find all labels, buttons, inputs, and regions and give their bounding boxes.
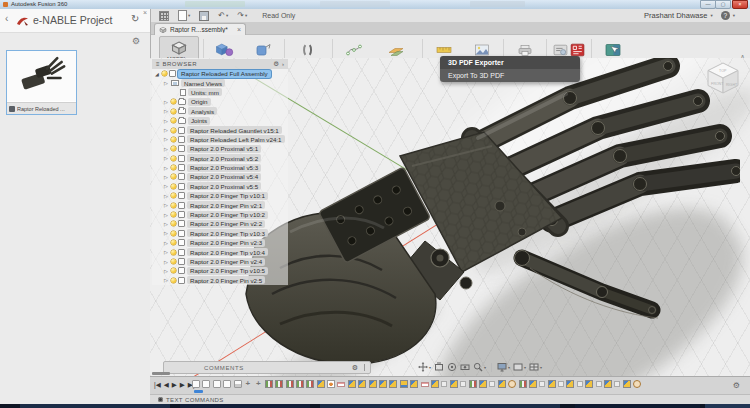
timeline-drag-handle[interactable] xyxy=(152,372,170,375)
browser-row[interactable]: ▷Raptor 2.0 Finger Tip v10:2 xyxy=(152,210,288,219)
browser-row[interactable]: ▷Raptor 2.0 Proximal v5:2 xyxy=(152,154,288,163)
timeline-move-feature-icon[interactable]: + xyxy=(244,380,252,388)
timeline-go-start-button[interactable]: |◀ xyxy=(154,380,161,389)
browser-row[interactable]: ▷Raptor 2.0 Finger Pin v2:1 xyxy=(152,200,288,209)
timeline-joint-feature-icon[interactable] xyxy=(623,380,631,388)
browser-collapse-icon[interactable]: › xyxy=(282,60,284,68)
expand-arrow-icon[interactable]: ▷ xyxy=(164,136,169,142)
timeline-comph-feature-icon[interactable] xyxy=(234,380,242,388)
expand-arrow-icon[interactable]: ▷ xyxy=(164,80,169,86)
close-button[interactable]: × xyxy=(732,0,748,9)
expand-arrow-icon[interactable]: ▷ xyxy=(164,268,169,274)
display-settings-icon[interactable]: ▾ xyxy=(497,362,510,372)
visibility-bulb-icon[interactable] xyxy=(171,221,176,226)
project-thumbnail-card[interactable]: Raptor Reloaded ... xyxy=(6,50,77,115)
expand-arrow-icon[interactable]: ▷ xyxy=(164,259,169,265)
visibility-bulb-icon[interactable] xyxy=(171,137,176,142)
browser-row-label[interactable]: Raptor 2.0 Proximal v5:4 xyxy=(187,173,261,181)
visibility-bulb-icon[interactable] xyxy=(171,259,176,264)
timeline-strip-feature-icon[interactable] xyxy=(519,380,527,388)
visibility-bulb-icon[interactable] xyxy=(171,240,176,245)
back-arrow-icon[interactable]: ‹ xyxy=(5,14,8,24)
timeline-joint-feature-icon[interactable] xyxy=(450,380,458,388)
viewports-icon[interactable]: ▾ xyxy=(529,362,542,372)
look-at-icon[interactable] xyxy=(460,362,470,372)
visibility-bulb-icon[interactable] xyxy=(171,156,176,161)
visibility-bulb-icon[interactable] xyxy=(171,278,176,283)
browser-row[interactable]: Units: mm xyxy=(152,88,288,97)
browser-row[interactable]: ▷Raptor 2.0 Finger Tip v10:4 xyxy=(152,247,288,256)
browser-row-label[interactable]: Raptor 2.0 Proximal v5:5 xyxy=(187,182,261,190)
expand-arrow-icon[interactable]: ▷ xyxy=(164,118,169,124)
timeline-small-feature-icon[interactable] xyxy=(558,381,564,387)
browser-row-label[interactable]: Analysis xyxy=(188,107,217,115)
visibility-bulb-icon[interactable] xyxy=(171,118,176,123)
timeline-joint-feature-icon[interactable] xyxy=(529,380,537,388)
comments-gear-icon[interactable]: ⚙ xyxy=(352,364,358,372)
visibility-bulb-icon[interactable] xyxy=(171,146,176,151)
minimize-button[interactable]: — xyxy=(700,0,716,9)
timeline-move-feature-icon[interactable]: + xyxy=(254,380,262,388)
browser-row-label[interactable]: Raptor 2.0 Finger Pin v2:2 xyxy=(187,220,265,228)
browser-row[interactable]: ▷Joints xyxy=(152,116,288,125)
timeline-small-feature-icon[interactable] xyxy=(614,381,620,387)
comments-expand-handle[interactable] xyxy=(364,364,368,371)
document-tab[interactable]: Raptor R...ssembly* × xyxy=(154,23,246,35)
timeline-joint-feature-icon[interactable] xyxy=(348,380,356,388)
expand-arrow-icon[interactable]: ▷ xyxy=(164,240,169,246)
app-grid-icon[interactable] xyxy=(159,11,169,21)
timeline-step-back-button[interactable]: ◀ xyxy=(164,380,169,389)
browser-row[interactable]: ▷Raptor 2.0 Proximal v5:5 xyxy=(152,182,288,191)
expand-arrow-icon[interactable]: ◢ xyxy=(155,71,160,77)
timeline-play-button[interactable]: ▶ xyxy=(172,380,177,389)
expand-arrow-icon[interactable]: ▷ xyxy=(164,108,169,114)
timeline-strip-feature-icon[interactable] xyxy=(296,380,304,388)
browser-row[interactable]: ▷Raptor 2.0 Finger Tip v10:3 xyxy=(152,229,288,238)
timeline-joint-feature-icon[interactable] xyxy=(369,380,377,388)
timeline-comp-feature-icon[interactable] xyxy=(192,380,200,388)
browser-row-label[interactable]: Raptor 2.0 Finger Tip v10:2 xyxy=(187,211,268,219)
visibility-bulb-icon[interactable] xyxy=(171,212,176,217)
timeline-strip-feature-icon[interactable] xyxy=(265,380,273,388)
timeline-flat-feature-icon[interactable] xyxy=(337,382,345,387)
expand-arrow-icon[interactable]: ▷ xyxy=(164,99,169,105)
expand-arrow-icon[interactable]: ▷ xyxy=(164,230,169,236)
timeline-drop-feature-icon[interactable] xyxy=(327,380,335,388)
expand-arrow-icon[interactable]: ▷ xyxy=(164,127,169,133)
timeline-comp-feature-icon[interactable] xyxy=(202,380,210,388)
browser-header[interactable]: ≡ BROWSER ⚙ › xyxy=(152,59,288,69)
timeline-joint-feature-icon[interactable] xyxy=(498,380,506,388)
timeline-joint-feature-icon[interactable] xyxy=(379,380,387,388)
timeline-small-feature-icon[interactable] xyxy=(460,381,466,387)
timeline-small-feature-icon[interactable] xyxy=(539,381,545,387)
timeline-joint-feature-icon[interactable] xyxy=(317,380,325,388)
help-menu[interactable]: ?▾ xyxy=(721,11,735,20)
expand-arrow-icon[interactable]: ▷ xyxy=(164,146,169,152)
browser-row-label[interactable]: Raptor 2.0 Proximal v5:1 xyxy=(187,145,261,153)
comments-bar[interactable]: COMMENTS ⚙ xyxy=(163,361,371,374)
tab-close-icon[interactable]: × xyxy=(237,26,241,33)
browser-row[interactable]: ▷Raptor 2.0 Finger Tip v10:5 xyxy=(152,266,288,275)
timeline-step-forward-button[interactable]: ▶ xyxy=(180,380,185,389)
data-panel-gear-icon[interactable]: ⚙ xyxy=(132,36,140,46)
expand-arrow-icon[interactable]: ▷ xyxy=(164,193,169,199)
browser-row[interactable]: ▷Raptor Reloaded Left Palm v24:1 xyxy=(152,135,288,144)
expand-arrow-icon[interactable]: ▷ xyxy=(164,183,169,189)
browser-row-label[interactable]: Raptor 2.0 Finger Tip v10:4 xyxy=(187,248,268,256)
expand-arrow-icon[interactable]: ▷ xyxy=(164,277,169,283)
browser-row[interactable]: ◢Raptor Reloaded Full Assembly xyxy=(152,69,288,78)
timeline-small-feature-icon[interactable] xyxy=(577,381,583,387)
browser-row-label[interactable]: Raptor Reloaded Full Assembly xyxy=(178,70,271,78)
expand-arrow-icon[interactable]: ▷ xyxy=(164,155,169,161)
timeline-comp-feature-icon[interactable] xyxy=(223,380,231,388)
expand-arrow-icon[interactable]: ▷ xyxy=(164,212,169,218)
visibility-bulb-icon[interactable] xyxy=(171,250,176,255)
browser-row-label[interactable]: Named Views xyxy=(181,79,225,87)
browser-row-label[interactable]: Origin xyxy=(188,98,211,106)
text-commands-bar[interactable]: TEXT COMMANDS xyxy=(150,394,750,404)
save-icon[interactable] xyxy=(199,11,209,21)
timeline-small-feature-icon[interactable] xyxy=(489,381,495,387)
browser-row[interactable]: ▷Raptor 2.0 Finger Tip v10:1 xyxy=(152,191,288,200)
timeline-joint-feature-icon[interactable] xyxy=(566,380,574,388)
timeline-options-gear-icon[interactable]: ⚙ xyxy=(733,381,740,390)
